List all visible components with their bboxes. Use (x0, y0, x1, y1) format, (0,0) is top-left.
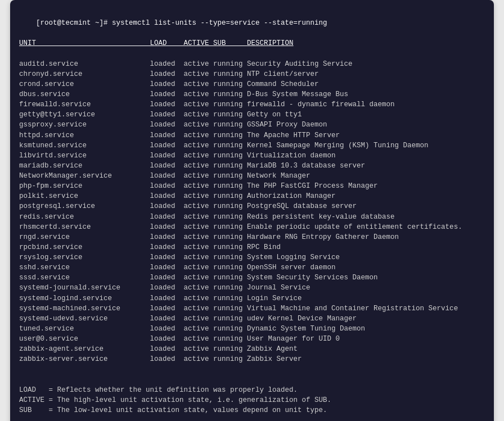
terminal-output: [root@tecmint ~]# systemctl list-units -… (10, 0, 494, 421)
prompt-line: [root@tecmint ~]# systemctl list-units -… (36, 19, 327, 27)
column-headers: UNIT LOAD ACTIVE SUB DESCRIPTION (19, 39, 294, 47)
main-card: [root@tecmint ~]# systemctl list-units -… (10, 0, 494, 421)
legend-section: LOAD = Reflects whether the unit definit… (19, 386, 331, 421)
service-list: auditd.service loaded active running Sec… (19, 60, 462, 364)
